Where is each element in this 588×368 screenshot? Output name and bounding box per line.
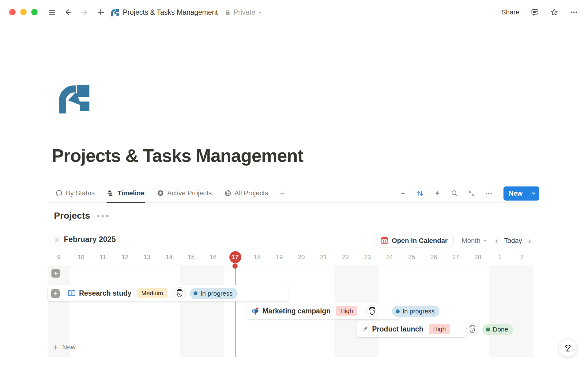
- day-label: 2: [511, 248, 533, 266]
- status-loop-icon: [55, 190, 63, 197]
- new-button[interactable]: New: [503, 190, 528, 197]
- scroll-to-start-button[interactable]: [51, 289, 60, 298]
- breadcrumb-page-title[interactable]: Projects & Tasks Management: [123, 8, 218, 17]
- back-icon[interactable]: [64, 8, 73, 17]
- day-label: 14: [158, 248, 180, 266]
- timeline-nav: ‹ Today ›: [495, 236, 531, 245]
- status-badge: In progress: [392, 306, 439, 317]
- chevron-down-icon: [531, 191, 536, 196]
- new-button-dropdown[interactable]: [528, 186, 539, 201]
- day-label: 9: [48, 248, 70, 266]
- zoom-window-button[interactable]: [31, 9, 38, 15]
- section-head: Projects ●●●: [54, 210, 110, 221]
- share-button[interactable]: Share: [501, 8, 519, 16]
- section-more-icon[interactable]: ●●●: [96, 212, 110, 219]
- lightning-icon[interactable]: [433, 189, 442, 198]
- status-badge: Done: [482, 324, 513, 335]
- app-window: Projects & Tasks Management Private Shar…: [0, 0, 588, 368]
- next-month-icon[interactable]: ›: [528, 236, 531, 245]
- day-label: 10: [70, 248, 92, 266]
- item-title: Marketing campaign: [262, 307, 330, 315]
- globe-icon: [224, 190, 232, 197]
- timeline-controls: 17 Open in Calendar Month ‹ Today ›: [375, 234, 531, 247]
- tab-label: By Status: [66, 189, 95, 197]
- nav-controls: [48, 6, 105, 18]
- today-line: [235, 266, 236, 357]
- status-dot: [396, 309, 400, 313]
- tab-label: Timeline: [117, 189, 145, 197]
- new-button-group: New: [503, 186, 539, 201]
- add-new-label: New: [62, 343, 76, 351]
- timeline-canvas: Research study Medium In progress Market…: [48, 266, 533, 357]
- breadcrumb: Projects & Tasks Management Private: [110, 6, 262, 18]
- rocket-icon: [361, 325, 369, 333]
- timeline-bars-icon: [107, 190, 114, 197]
- traffic-lights: [9, 9, 38, 15]
- chevron-down-icon: [483, 238, 487, 243]
- prev-month-icon[interactable]: ‹: [495, 236, 498, 245]
- day-label: 23: [356, 248, 379, 266]
- day-label: 16: [202, 248, 224, 266]
- page-logo[interactable]: [56, 83, 92, 113]
- day-label: 27: [445, 248, 467, 266]
- item-title: Research study: [79, 289, 131, 297]
- status-dot: [194, 291, 198, 295]
- filter-icon[interactable]: [399, 189, 407, 198]
- minimize-window-button[interactable]: [20, 9, 27, 15]
- day-label: 21: [312, 248, 334, 266]
- lock-icon: [224, 9, 231, 16]
- double-chevron-icon[interactable]: »: [55, 235, 59, 244]
- sort-icon[interactable]: [416, 189, 424, 198]
- star-circle-icon: [157, 190, 164, 197]
- privacy-dropdown[interactable]: Private: [224, 8, 262, 17]
- calendar-icon: 17: [381, 237, 388, 244]
- day-label: 15: [180, 248, 202, 266]
- scroll-to-item-button[interactable]: [51, 269, 60, 278]
- more-options-icon[interactable]: [570, 8, 578, 17]
- item-title: Product launch: [372, 325, 423, 333]
- chevron-down-icon: [258, 10, 262, 14]
- add-new-item-button[interactable]: New: [53, 341, 76, 353]
- status-dot: [486, 328, 490, 332]
- day-label: 26: [423, 248, 445, 266]
- weekend-band: [489, 266, 533, 357]
- new-page-icon[interactable]: [96, 8, 105, 17]
- assignee-avatar: [173, 287, 186, 300]
- search-icon[interactable]: [450, 189, 459, 198]
- tab-by-status[interactable]: By Status: [55, 184, 95, 203]
- forward-icon[interactable]: [80, 8, 89, 17]
- comments-icon[interactable]: [530, 8, 539, 17]
- zoom-level-dropdown[interactable]: Month: [462, 237, 487, 245]
- view-more-icon[interactable]: [484, 189, 493, 198]
- tab-label: Active Projects: [167, 189, 212, 197]
- zoom-level-value: Month: [462, 237, 480, 245]
- day-label: 12: [114, 248, 136, 266]
- today-line-dot: [232, 263, 238, 269]
- today-date-badge: 17: [224, 248, 246, 266]
- day-label: 19: [268, 248, 290, 266]
- notion-ai-button[interactable]: [559, 339, 577, 357]
- tab-all-projects[interactable]: All Projects: [224, 184, 269, 203]
- favorite-star-icon[interactable]: [550, 8, 559, 17]
- day-label: 18: [246, 248, 268, 266]
- section-title: Projects: [54, 210, 90, 221]
- weekend-band: [180, 266, 224, 357]
- assignee-avatar: [466, 323, 479, 335]
- timeline-item-marketing-campaign[interactable]: Marketing campaign High: [246, 303, 401, 319]
- timeline-period: » February 2025: [55, 235, 116, 244]
- tab-timeline[interactable]: Timeline: [107, 184, 145, 203]
- open-book-icon: [68, 289, 76, 297]
- timeline-item-research-study[interactable]: Research study Medium In progress: [48, 285, 289, 301]
- close-window-button[interactable]: [9, 9, 16, 15]
- sidebar-menu-icon[interactable]: [48, 8, 56, 17]
- today-button[interactable]: Today: [504, 237, 522, 245]
- timeline-item-product-launch[interactable]: Product launch High: [356, 321, 467, 337]
- open-in-calendar-button[interactable]: 17 Open in Calendar: [375, 234, 454, 247]
- tab-active-projects[interactable]: Active Projects: [156, 184, 212, 203]
- day-label: 28: [467, 248, 489, 266]
- expand-icon[interactable]: [467, 189, 476, 198]
- add-view-button[interactable]: [278, 184, 286, 203]
- ai-face-icon: [562, 342, 573, 353]
- priority-badge: High: [429, 324, 450, 334]
- plus-icon: [279, 190, 285, 197]
